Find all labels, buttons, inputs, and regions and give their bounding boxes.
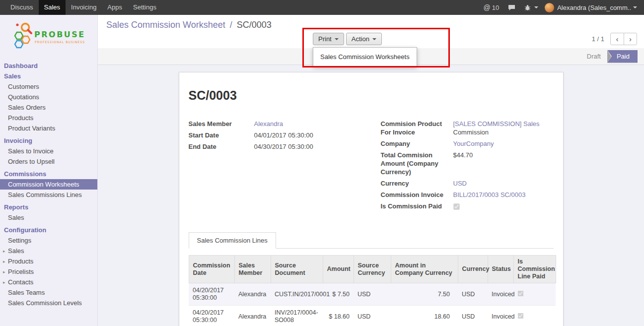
sidebar-item-sales-orders[interactable]: Sales Orders [0, 102, 97, 113]
dropdown-item-sales-commission-worksheets[interactable]: Sales Commission Worksheets [313, 50, 417, 64]
status-draft[interactable]: Draft [580, 50, 607, 63]
systray: @ 10 Alexandra (Sales_comm.. [479, 0, 644, 15]
col-header-amount[interactable]: Amount [323, 256, 354, 283]
sidebar-header-sales[interactable]: Sales [0, 71, 97, 81]
sidebar-header-invoicing[interactable]: Invoicing [0, 135, 97, 146]
mentions-counter[interactable]: @ 10 [479, 0, 503, 15]
pager-previous-button[interactable]: ‹ [611, 33, 624, 45]
menu-sales[interactable]: Sales [39, 0, 66, 15]
table-row[interactable]: 04/20/2017 05:30:00 Alexandra INV/2017/0… [189, 306, 556, 326]
sidebar-item-sales-to-invoice[interactable]: Sales to Invoice [0, 146, 97, 156]
cell-sales-member: Alexandra [234, 283, 271, 306]
sidebar-item-reports-sales[interactable]: Sales [0, 212, 97, 223]
col-header-commission-date[interactable]: Commission Date [189, 256, 234, 283]
logo-subtitle: PROFESSIONAL BUSINESS [35, 40, 85, 44]
sidebar-item-commission-worksheets[interactable]: Commission Worksheets [0, 179, 97, 190]
cell-currency: USD [458, 306, 488, 326]
col-header-sales-member[interactable]: Sales Member [234, 256, 271, 283]
cell-line-paid [513, 283, 556, 306]
sidebar-item-config-settings[interactable]: Settings [0, 235, 97, 246]
sidebar-item-sales-commissions-lines[interactable]: Sales Commissions Lines [0, 190, 97, 200]
menu-apps[interactable]: Apps [102, 0, 128, 15]
field-value-currency[interactable]: USD [453, 179, 467, 188]
col-header-status[interactable]: Status [488, 256, 513, 283]
action-button[interactable]: Action [346, 33, 382, 45]
action-buttons: Print Action [313, 33, 382, 45]
field-label-commission-invoice: Commission Invoice [381, 191, 453, 199]
col-header-source-currency[interactable]: Source Currency [354, 256, 391, 283]
status-paid[interactable]: Paid [607, 50, 638, 63]
sidebar-item-customers[interactable]: Customers [0, 81, 97, 92]
app-menus: Discuss Sales Invoicing Apps Settings [0, 0, 162, 15]
cell-line-paid [513, 306, 556, 326]
field-value-company[interactable]: YourCompany [453, 139, 494, 148]
form-group-left: Sales Member Alexandra Start Date 04/01/… [189, 120, 381, 213]
menu-invoicing[interactable]: Invoicing [66, 0, 102, 15]
sidebar-item-config-products[interactable]: ▸ Products [0, 256, 97, 266]
user-menu[interactable]: Alexandra (Sales_comm.. [543, 3, 639, 12]
sidebar-item-config-contacts[interactable]: ▸ Contacts [0, 277, 97, 287]
company-logo: PROBUSE PROFESSIONAL BUSINESS [0, 15, 97, 55]
sidebar-item-label: Products [8, 258, 33, 265]
commission-lines-table: Commission Date Sales Member Source Docu… [189, 255, 556, 326]
pager-counter: 1 / 1 [592, 35, 604, 43]
print-button[interactable]: Print [313, 33, 344, 45]
form-fields: Sales Member Alexandra Start Date 04/01/… [189, 120, 554, 213]
table-header-row: Commission Date Sales Member Source Docu… [189, 256, 556, 283]
col-header-currency[interactable]: Currency [458, 256, 488, 283]
expand-arrow-icon: ▸ [3, 278, 5, 287]
sidebar-item-product-variants[interactable]: Product Variants [0, 123, 97, 133]
field-label-is-commission-paid: Is Commission Paid [381, 202, 453, 210]
pager: 1 / 1 ‹ › [592, 33, 637, 45]
sidebar-item-config-sales[interactable]: ▸ Sales [0, 246, 97, 256]
mention-count: 10 [492, 4, 499, 11]
sidebar-header-reports[interactable]: Reports [0, 202, 97, 212]
breadcrumb-current: SC/0003 [237, 20, 272, 30]
bug-icon [524, 4, 531, 11]
pager-next-button[interactable]: › [624, 33, 637, 45]
table-row[interactable]: 04/20/2017 05:30:00 Alexandra CUST.IN/20… [189, 283, 556, 306]
field-value-commission-invoice[interactable]: BILL/2017/0003 SC/0003 [453, 191, 526, 199]
cell-amount: $ 18.60 [323, 306, 354, 326]
control-panel: Sales Commission Worksheet / SC/0003 Pri… [98, 15, 644, 48]
user-name: Alexandra (Sales_comm.. [557, 4, 631, 11]
breadcrumb: Sales Commission Worksheet / SC/0003 [106, 20, 272, 30]
cell-source-document: INV/2017/0004-SO008 [271, 306, 323, 326]
col-header-source-document[interactable]: Source Document [271, 256, 323, 283]
cell-source-currency: USD [354, 283, 391, 306]
action-button-label: Action [352, 35, 369, 43]
sidebar-item-sales-teams[interactable]: Sales Teams [0, 287, 97, 298]
caret-down-icon [372, 38, 376, 40]
cell-currency: USD [458, 283, 488, 306]
sidebar-item-sales-commission-levels[interactable]: Sales Commission Levels [0, 298, 97, 308]
sidebar-header-commissions[interactable]: Commissions [0, 169, 97, 179]
cell-commission-date: 04/20/2017 05:30:00 [189, 306, 234, 326]
form-sheet: SC/0003 Sales Member Alexandra Start Dat… [179, 72, 564, 326]
notebook: Sales Commission Lines Commission Date S… [189, 232, 554, 326]
field-value-commission-product[interactable]: [SALES COMMISSION] Sales [453, 120, 540, 128]
sidebar-header-configuration[interactable]: Configuration [0, 225, 97, 235]
messages-button[interactable] [503, 0, 520, 15]
menu-settings[interactable]: Settings [128, 0, 162, 15]
cell-sales-member: Alexandra [234, 306, 271, 326]
cell-company-amount: 7.50 [391, 283, 458, 306]
cell-commission-date: 04/20/2017 05:30:00 [189, 283, 234, 306]
print-button-label: Print [318, 35, 332, 43]
cell-source-document: CUST.IN/2017/0001 [271, 283, 323, 306]
menu-discuss[interactable]: Discuss [5, 0, 39, 15]
line-paid-checkbox [518, 313, 524, 319]
col-header-is-commission-line-paid[interactable]: Is Commission Line Paid [513, 256, 556, 283]
breadcrumb-parent-link[interactable]: Sales Commission Worksheet [106, 20, 225, 30]
tab-sales-commission-lines[interactable]: Sales Commission Lines [189, 232, 276, 249]
caret-down-icon [335, 38, 339, 40]
sidebar-item-quotations[interactable]: Quotations [0, 92, 97, 102]
sidebar-item-orders-to-upsell[interactable]: Orders to Upsell [0, 156, 97, 167]
col-header-amount-company-currency[interactable]: Amount in Company Currency [391, 256, 458, 283]
sidebar-header-dashboard[interactable]: Dashboard [0, 61, 97, 71]
field-value-sales-member[interactable]: Alexandra [254, 120, 284, 128]
sidebar-item-config-pricelists[interactable]: ▸ Pricelists [0, 266, 97, 277]
sidebar-item-products[interactable]: Products [0, 113, 97, 123]
sidebar: PROBUSE PROFESSIONAL BUSINESS Dashboard … [0, 15, 98, 326]
cell-status: Invoiced [488, 306, 513, 326]
debug-menu-button[interactable] [520, 0, 543, 15]
